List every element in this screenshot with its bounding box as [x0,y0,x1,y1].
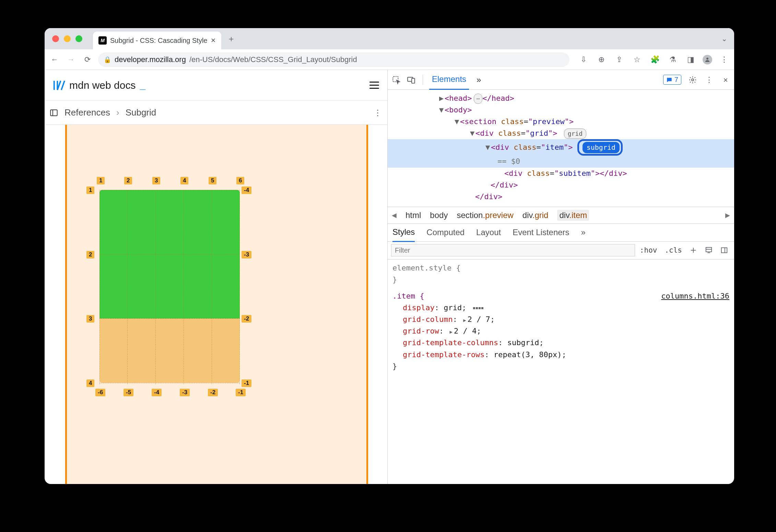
mdn-logo[interactable]: mdn web docs _ [53,79,145,92]
grid-col-label: 5 [209,177,216,184]
devtools-tabbar: Elements » 7 ⋮ ✕ [388,70,734,90]
more-menu-icon[interactable]: ⋮ [718,54,730,65]
crumb-next-icon[interactable]: ▶ [725,211,730,219]
new-tab-button[interactable]: ＋ [227,33,235,44]
crumb-div-item[interactable]: div.item [557,210,589,221]
article-menu-icon[interactable]: ⋮ [374,108,383,118]
page-content: mdn web docs _ References › Subgrid ⋮ [45,70,388,484]
grid-row-neg-label: -2 [242,315,251,323]
elements-tab[interactable]: Elements [429,70,469,90]
crumb-prev-icon[interactable]: ◀ [392,211,397,219]
inspect-icon[interactable] [391,75,401,85]
back-button[interactable]: ← [49,54,60,65]
cls-button[interactable]: .cls [662,246,685,254]
browser-window: M Subgrid - CSS: Cascading Style ✕ ＋ ⌄ ←… [45,28,734,484]
share-icon[interactable]: ⇪ [613,54,625,65]
grid-row-label: 2 [86,251,94,258]
grid-icon[interactable] [473,307,483,309]
dom-breadcrumb[interactable]: ◀ html body section.preview div.grid div… [388,207,734,224]
dom-tree[interactable]: ▶<head>⋯</head> ▼<body> ▼<section class=… [388,90,734,207]
favicon-icon: M [98,36,107,45]
sidebar-toggle-icon[interactable] [49,108,58,117]
grid-row-neg-label: -4 [242,186,251,194]
close-window-icon[interactable] [52,35,59,42]
crumb-section[interactable]: section.preview [457,210,513,220]
declaration[interactable]: grid-row: ▶2 / 4; [392,325,729,337]
address-bar[interactable]: 🔒 developer.mozilla.org/en-US/docs/Web/C… [98,52,569,67]
bookmark-icon[interactable]: ☆ [631,54,643,65]
declaration[interactable]: grid-template-columns: subgrid; [392,337,729,349]
url-host: developer.mozilla.org [115,55,186,64]
declaration[interactable]: grid-template-rows: repeat(3, 80px); [392,349,729,361]
hov-button[interactable]: :hov [637,246,660,254]
styles-filter-input[interactable] [391,244,635,256]
tab-close-icon[interactable]: ✕ [211,37,216,44]
dom-selected-node[interactable]: ▼<div class="item"> subgrid [388,139,734,156]
toggle-sidebar-icon[interactable] [718,246,731,254]
tab-strip: M Subgrid - CSS: Cascading Style ✕ ＋ ⌄ [45,28,734,49]
forward-button[interactable]: → [65,54,77,65]
url-path: /en-US/docs/Web/CSS/CSS_Grid_Layout/Subg… [189,55,357,64]
rule-selector[interactable]: .item { [392,292,424,300]
device-toggle-icon[interactable] [406,75,416,85]
styles-tabs: Styles Computed Layout Event Listeners » [388,224,734,242]
devtools-close-icon[interactable]: ✕ [720,75,731,85]
grid-col-label: 3 [152,177,160,184]
mdn-logo-icon [53,79,66,92]
grid-col-label: 6 [236,177,244,184]
mdn-logo-text: mdn web docs [69,80,136,91]
grid-row-neg-label: -3 [242,251,251,258]
brace-close: } [392,274,729,286]
styles-list[interactable]: element.style { } columns.html:36 .item … [388,259,734,375]
kebab-menu-icon[interactable]: ⋮ [704,75,714,85]
svg-point-0 [706,58,708,60]
minimize-window-icon[interactable] [64,35,71,42]
grid-col-neg-label: -5 [124,389,133,396]
crumb-body[interactable]: body [430,210,448,220]
install-icon[interactable]: ⇩ [578,54,589,65]
subgrid-badge-highlight: subgrid [577,139,623,156]
event-listeners-tab[interactable]: Event Listeners [513,223,569,241]
grid-col-neg-label: -3 [180,389,190,396]
grid-col-label: 2 [124,177,132,184]
grid-row-label: 1 [86,186,94,194]
labs-icon[interactable]: ⚗ [667,54,679,65]
styles-tab[interactable]: Styles [392,223,415,242]
subgrid-badge[interactable]: subgrid [583,142,620,153]
window-controls[interactable] [52,35,82,42]
profile-avatar[interactable] [703,55,712,64]
computed-tab[interactable]: Computed [426,223,465,241]
subtabs-more[interactable]: » [581,223,586,241]
declaration[interactable]: display: grid; [392,302,729,314]
grid-badge[interactable]: grid [564,129,586,139]
new-rule-icon[interactable] [687,246,700,254]
settings-icon[interactable] [687,75,698,85]
declaration[interactable]: grid-column: ▶2 / 7; [392,314,729,325]
zoom-icon[interactable]: ⊕ [596,54,607,65]
crumb-div-grid[interactable]: div.grid [522,210,549,220]
extensions-icon[interactable]: 🧩 [649,54,661,65]
source-link[interactable]: columns.html:36 [661,290,729,302]
tab-menu-icon[interactable]: ⌄ [721,35,727,43]
layout-tab[interactable]: Layout [476,223,501,241]
grid-row-label: 4 [86,379,94,387]
mdn-logo-cursor: _ [140,80,145,91]
issues-badge[interactable]: 7 [663,75,681,85]
browser-tab[interactable]: M Subgrid - CSS: Cascading Style ✕ [93,32,221,49]
styles-filter-bar: :hov .cls [388,242,734,259]
grid-item-tan [99,318,240,383]
grid-col-neg-label: -6 [95,389,105,396]
tabs-more[interactable]: » [474,70,484,89]
maximize-window-icon[interactable] [75,35,82,42]
grid-col-neg-label: -4 [152,389,162,396]
grid-overlay: 1 2 3 4 5 6 1 2 3 4 -4 -3 -2 -1 [99,190,240,384]
sidepanel-icon[interactable]: ◨ [685,54,696,65]
crumb-references[interactable]: References [64,107,110,118]
reload-button[interactable]: ⟳ [82,54,93,65]
crumb-html[interactable]: html [405,210,421,220]
article-body: 1 2 3 4 5 6 1 2 3 4 -4 -3 -2 -1 [45,125,387,484]
grid-row-label: 3 [86,315,94,323]
hamburger-menu-icon[interactable] [369,82,379,89]
computed-panel-icon[interactable] [702,246,716,254]
grid-col-neg-label: -2 [208,389,218,396]
